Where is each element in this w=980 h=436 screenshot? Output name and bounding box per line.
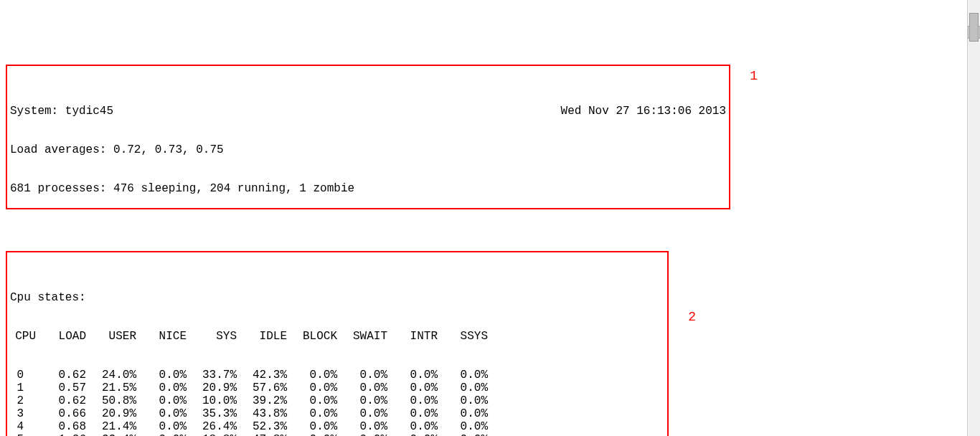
cpu-cell-sys: 10.0% [187, 394, 237, 407]
cpu-header-nice: NICE [136, 330, 187, 343]
cpu-header-row: CPULOADUSERNICESYSIDLEBLOCKSWAITINTRSSYS [10, 330, 664, 343]
cpu-cell-cpu: 4 [10, 420, 36, 433]
cpu-header-ssys: SSYS [438, 330, 488, 343]
cpu-cell-user: 33.4% [86, 433, 136, 436]
cpu-header-load: LOAD [36, 330, 86, 343]
cpu-cell-sys: 33.7% [187, 369, 237, 382]
cpu-cell-load: 0.66 [36, 407, 86, 420]
cpu-cell-nice: 0.0% [136, 382, 187, 394]
cpu-cell-ssys: 0.0% [438, 369, 488, 382]
cpu-cell-idle: 57.6% [237, 382, 287, 394]
cpu-cell-sys: 35.3% [187, 407, 237, 420]
system-label: System: [10, 105, 58, 118]
annotation-2: 2 [688, 310, 696, 324]
cpu-cell-user: 50.8% [86, 394, 136, 407]
cpu-header-sys: SYS [187, 330, 237, 343]
cpu-row: 30.6620.9%0.0%35.3%43.8%0.0%0.0%0.0%0.0% [10, 407, 664, 420]
cpu-states-box: 2 Cpu states: CPULOADUSERNICESYSIDLEBLOC… [6, 251, 669, 436]
cpu-cell-user: 21.4% [86, 420, 136, 433]
cpu-title: Cpu states: [10, 291, 664, 304]
load-values: 0.72, 0.73, 0.75 [113, 143, 224, 156]
cpu-cell-idle: 43.8% [237, 407, 287, 420]
cpu-header-intr: INTR [387, 330, 438, 343]
cpu-header-block: BLOCK [287, 330, 337, 343]
cpu-cell-nice: 0.0% [136, 394, 187, 407]
annotation-1: 1 [750, 69, 758, 83]
cpu-cell-ssys: 0.0% [438, 382, 488, 394]
vertical-scrollbar[interactable]: ▲ ▼ [967, 0, 980, 436]
cpu-cell-nice: 0.0% [136, 433, 187, 436]
cpu-row: 51.2633.4%0.0%18.8%47.8%0.0%0.0%0.0%0.0% [10, 433, 664, 436]
cpu-cell-sys: 26.4% [187, 420, 237, 433]
cpu-cell-intr: 0.0% [387, 382, 438, 394]
cpu-cell-swait: 0.0% [337, 394, 387, 407]
system-name: tydic45 [65, 105, 113, 118]
cpu-cell-swait: 0.0% [337, 382, 387, 394]
cpu-cell-idle: 47.8% [237, 433, 287, 436]
cpu-cell-cpu: 5 [10, 433, 36, 436]
cpu-cell-intr: 0.0% [387, 407, 438, 420]
system-line: System: tydic45 Wed Nov 27 16:13:06 2013 [10, 105, 726, 118]
cpu-cell-intr: 0.0% [387, 420, 438, 433]
cpu-cell-load: 0.62 [36, 369, 86, 382]
cpu-cell-block: 0.0% [287, 369, 337, 382]
cpu-cell-block: 0.0% [287, 420, 337, 433]
cpu-cell-sys: 18.8% [187, 433, 237, 436]
cpu-row: 40.6821.4%0.0%26.4%52.3%0.0%0.0%0.0%0.0% [10, 420, 664, 433]
cpu-cell-load: 0.62 [36, 394, 86, 407]
cpu-cell-idle: 42.3% [237, 369, 287, 382]
cpu-cell-swait: 0.0% [337, 433, 387, 436]
cpu-cell-nice: 0.0% [136, 369, 187, 382]
cpu-cell-swait: 0.0% [337, 420, 387, 433]
load-line: Load averages: 0.72, 0.73, 0.75 [10, 143, 726, 156]
cpu-cell-cpu: 3 [10, 407, 36, 420]
cpu-header-swait: SWAIT [337, 330, 387, 343]
cpu-cell-cpu: 1 [10, 382, 36, 394]
cpu-cell-block: 0.0% [287, 382, 337, 394]
cpu-cell-swait: 0.0% [337, 369, 387, 382]
system-header-box: 1 System: tydic45 Wed Nov 27 16:13:06 20… [6, 65, 730, 209]
cpu-cell-nice: 0.0% [136, 407, 187, 420]
cpu-cell-ssys: 0.0% [438, 407, 488, 420]
cpu-cell-block: 0.0% [287, 407, 337, 420]
cpu-header-user: USER [86, 330, 136, 343]
cpu-cell-intr: 0.0% [387, 433, 438, 436]
cpu-cell-user: 24.0% [86, 369, 136, 382]
cpu-cell-load: 0.68 [36, 420, 86, 433]
cpu-body: 00.6224.0%0.0%33.7%42.3%0.0%0.0%0.0%0.0%… [10, 369, 664, 436]
cpu-cell-nice: 0.0% [136, 420, 187, 433]
cpu-header-cpu: CPU [10, 330, 36, 343]
cpu-cell-load: 1.26 [36, 433, 86, 436]
cpu-cell-swait: 0.0% [337, 407, 387, 420]
cpu-cell-intr: 0.0% [387, 394, 438, 407]
cpu-cell-block: 0.0% [287, 433, 337, 436]
scroll-thumb[interactable] [969, 13, 979, 42]
cpu-cell-cpu: 2 [10, 394, 36, 407]
cpu-cell-idle: 52.3% [237, 420, 287, 433]
cpu-header-idle: IDLE [237, 330, 287, 343]
cpu-cell-intr: 0.0% [387, 369, 438, 382]
cpu-cell-sys: 20.9% [187, 382, 237, 394]
cpu-cell-user: 21.5% [86, 382, 136, 394]
cpu-cell-user: 20.9% [86, 407, 136, 420]
cpu-cell-idle: 39.2% [237, 394, 287, 407]
cpu-cell-cpu: 0 [10, 369, 36, 382]
cpu-cell-ssys: 0.0% [438, 394, 488, 407]
load-label: Load averages: [10, 143, 106, 156]
system-datetime: Wed Nov 27 16:13:06 2013 [561, 105, 726, 118]
cpu-row: 10.5721.5%0.0%20.9%57.6%0.0%0.0%0.0%0.0% [10, 382, 664, 394]
cpu-cell-block: 0.0% [287, 394, 337, 407]
cpu-cell-ssys: 0.0% [438, 433, 488, 436]
cpu-cell-ssys: 0.0% [438, 420, 488, 433]
process-summary: 681 processes: 476 sleeping, 204 running… [10, 182, 726, 195]
cpu-row: 20.6250.8%0.0%10.0%39.2%0.0%0.0%0.0%0.0% [10, 394, 664, 407]
cpu-row: 00.6224.0%0.0%33.7%42.3%0.0%0.0%0.0%0.0% [10, 369, 664, 382]
cpu-cell-load: 0.57 [36, 382, 86, 394]
